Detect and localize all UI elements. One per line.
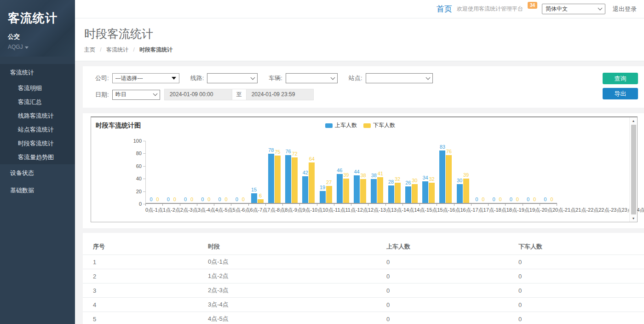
table-row: 43点-4点00 [83,298,644,312]
dropdown-arrow-icon [172,77,176,80]
bar-value-label: 44 [354,169,360,174]
breadcrumb-home[interactable]: 主页 [84,46,95,53]
table-cell: 2 [83,269,198,284]
table-panel: 序号时段上车人数下车人数 10点-1点0021点-2点0032点-3点0043点… [83,233,644,324]
sidebar-header: 客流统计 公交 AQGJ [0,0,75,57]
home-link[interactable]: 首页 [437,4,452,14]
table-cell: 0 [376,269,508,284]
sidebar-item-line-stats[interactable]: 线路客流统计 [0,109,75,123]
bar-group: 3841 [368,141,385,203]
bar-value-label: 0 [173,197,176,202]
bar-value-label: 0 [544,197,546,202]
bar-value-label: 34 [423,175,428,180]
table-cell: 5 [83,312,198,324]
sidebar-item-device-status[interactable]: 设备状态 [0,164,75,182]
x-axis-label: 12点-13点 [368,207,391,214]
bar [371,179,377,203]
line-label: 线路: [190,74,204,82]
notification-badge[interactable]: 34 [528,2,537,9]
bar-value-label: 78 [268,148,274,153]
chevron-down-icon [153,92,157,96]
sidebar-item-passenger-detail[interactable]: 客流明细 [0,81,75,95]
x-axis-label: 15点-16点 [437,207,460,214]
table-header-cell: 时段 [198,239,376,255]
vehicle-select[interactable] [286,73,338,83]
user-name: AQGJ [8,44,23,50]
bar-value-label: 0 [225,197,228,202]
table-cell: 0点-1点 [198,255,376,269]
bar-value-label: 0 [167,197,170,202]
bar-group: 00 [472,141,489,203]
company-select[interactable]: ---请选择--- [112,73,179,83]
export-button[interactable]: 导出 [603,88,638,99]
date-from-input[interactable]: 2024-01-09 00:00 [164,89,232,100]
bar-value-label: 0 [516,197,519,202]
sidebar-item-base-data[interactable]: 基础数据 [0,182,75,199]
x-axis-label: 11点-12点 [345,207,368,214]
bar-value-label: 19 [320,185,325,190]
bar-value-label: 83 [440,145,445,150]
user-menu[interactable]: AQGJ [8,44,75,50]
table-row: 10点-1点00 [83,255,644,269]
table-cell: 0 [508,269,644,284]
y-axis-label: 60 [123,163,142,169]
x-axis-label: 10点-11点 [322,207,345,214]
scrollbar-thumb[interactable] [631,125,636,214]
date-to-input[interactable]: 2024-01-09 23:59 [246,89,314,100]
bar-group: 00 [163,141,180,203]
breadcrumb-section[interactable]: 客流统计 [106,46,128,53]
x-axis-label: 20点-21点 [552,207,575,214]
table-header-cell: 序号 [83,239,198,255]
bar-value-label: 0 [527,197,529,202]
bar-group: 00 [180,141,197,203]
query-button[interactable]: 查询 [603,73,638,84]
table-cell: 1 [83,255,198,269]
bar [360,179,366,203]
x-axis-label: 4点-5点 [215,207,233,214]
scroll-up-arrow-icon[interactable]: ▲ [630,117,637,124]
filter-buttons: 查询 导出 [603,73,638,99]
bar-group: 00 [523,141,540,203]
bar-value-label: 27 [326,180,332,185]
org-label: 公交 [8,33,75,41]
x-axis-label: 0点-1点 [145,207,163,214]
page-title: 时段客流统计 [84,26,635,41]
bar-value-label: 38 [361,173,366,178]
legend-label: 下车人数 [373,122,395,129]
y-axis-label: 0 [123,201,142,207]
filter-panel: 公司: ---请选择--- 线路: 车辆: [83,66,644,108]
bar-group: 1927 [317,141,334,203]
x-axis-label: 16点-17点 [460,207,483,214]
sidebar-item-period-stats[interactable]: 时段客流统计 [0,137,75,150]
bar-value-label: 0 [207,197,210,202]
language-select[interactable]: 简体中文 [542,4,605,14]
sidebar-item-passenger-summary[interactable]: 客流汇总 [0,95,75,109]
logout-link[interactable]: 退出登录 [613,5,637,13]
table-header-row: 序号时段上车人数下车人数 [83,239,644,255]
legend-item[interactable]: 下车人数 [363,122,395,129]
sidebar-item-passenger-stats[interactable]: 客流统计 [0,64,75,81]
x-axis-label: 18点-19点 [506,207,529,214]
line-select[interactable] [207,73,258,83]
chart-scrollbar[interactable]: ▲ ▼ [629,117,637,222]
welcome-text: 欢迎使用客流统计管理平台 [457,5,523,13]
bar-value-label: 0 [190,197,193,202]
x-axis-label: 14点-15点 [414,207,437,214]
table-cell: 0 [376,284,508,298]
scroll-down-arrow-icon[interactable]: ▼ [630,215,637,222]
x-axis-label: 1点-2点 [163,207,180,214]
bar-value-label: 6 [259,193,262,198]
date-preset-select[interactable]: 昨日 [112,90,160,100]
sidebar-item-flow-trend[interactable]: 客流量趋势图 [0,150,75,164]
station-select[interactable] [366,73,433,83]
bar [457,184,463,203]
bar [343,179,349,203]
bar-group: 3432 [420,141,437,203]
bar-value-label: 15 [251,187,257,192]
bar-value-label: 46 [337,168,342,173]
table-cell: 0 [508,312,644,324]
legend-item[interactable]: 上车人数 [325,122,357,129]
bar-value-label: 42 [303,170,308,175]
bar [395,183,401,203]
sidebar-item-station-stats[interactable]: 站点客流统计 [0,123,75,137]
